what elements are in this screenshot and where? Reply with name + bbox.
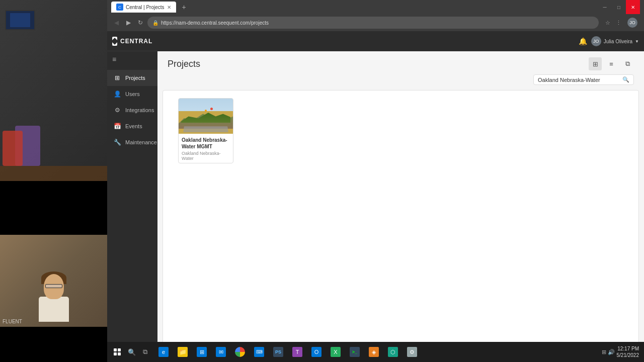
grid-view-btn[interactable]: ⊞	[589, 57, 602, 70]
grid-view-icon: ⊞	[593, 60, 598, 68]
app-user-name: Julia Oliveira	[604, 39, 632, 44]
volume-icon[interactable]: 🔊	[608, 349, 615, 355]
address-bar[interactable]: 🔒 https://nam-demo.central.seequent.com/…	[147, 17, 599, 29]
teams-icon: T	[292, 347, 302, 357]
project-info: Oakland Nebraska-Water MGMT Oakland Nebr…	[179, 134, 233, 163]
list-view-btn[interactable]: ≡	[605, 57, 618, 70]
filter-view-icon: ⧉	[625, 60, 630, 68]
start-button[interactable]	[110, 344, 125, 359]
browser-user-avatar: JO	[627, 18, 637, 28]
taskbar: 🔍 ⧉ e 📁 ⊞ ✉ ⌨ PS T O X	[107, 342, 644, 362]
network-icon: ⊞	[602, 349, 606, 355]
sidebar-nav: ⊞ Projects 👤 Users ⚙ Integrations 📅 Even…	[107, 67, 157, 362]
users-icon: 👤	[113, 90, 121, 98]
taskbar-app-settings[interactable]: ⚙	[403, 343, 421, 361]
search-box: 🔍	[533, 74, 634, 85]
tab-close-btn[interactable]: ✕	[167, 5, 171, 10]
sidebar-logo: CENTRAL	[107, 31, 157, 51]
taskbar-app-vscode[interactable]: ⌨	[250, 343, 268, 361]
tab-favicon: C	[116, 4, 123, 11]
video-panel-top	[0, 0, 107, 181]
bookmark-btn[interactable]: ☆	[603, 18, 612, 27]
projects-grid: Oakland Nebraska-Water MGMT Oakland Nebr…	[173, 93, 628, 168]
browser-actions: ☆ ⋮	[603, 18, 623, 27]
sidebar-label-integrations: Integrations	[125, 107, 154, 113]
maintenance-icon: 🔧	[113, 138, 121, 146]
video-panel-mid	[0, 181, 107, 235]
taskbar-app-misc1[interactable]: ◈	[365, 343, 383, 361]
outlook-icon: O	[311, 347, 321, 357]
projects-area: Oakland Nebraska-Water MGMT Oakland Nebr…	[163, 90, 639, 347]
taskbar-sys-icons: ⊞ 🔊	[602, 349, 615, 355]
taskbar-task-view[interactable]: ⧉	[139, 346, 151, 358]
mail-icon: ✉	[216, 347, 226, 357]
taskbar-app-mail[interactable]: ✉	[212, 343, 230, 361]
browser-menu-btn[interactable]: ⋮	[614, 18, 623, 27]
sidebar-item-integrations[interactable]: ⚙ Integrations	[107, 102, 157, 118]
browser-toolbar: ◀ ▶ ↻ 🔒 https://nam-demo.central.seequen…	[107, 14, 644, 31]
sidebar-menu-toggle[interactable]: ≡	[107, 51, 157, 67]
taskbar-app-misc2[interactable]: ⬡	[384, 343, 402, 361]
powershell-icon: PS	[273, 347, 283, 357]
logo-diamond	[111, 37, 118, 44]
terrain-visualization	[179, 99, 233, 134]
window-maximize-btn[interactable]: □	[612, 0, 626, 14]
filter-view-btn[interactable]: ⧉	[621, 57, 634, 70]
browser-tab-active[interactable]: C Central | Projects ✕	[111, 2, 176, 13]
vscode-icon: ⌨	[254, 347, 264, 357]
sidebar-label-projects: Projects	[125, 75, 145, 81]
search-area: 🔍	[157, 74, 644, 90]
taskbar-app-edge[interactable]: e	[154, 343, 173, 361]
taskbar-app-excel[interactable]: X	[327, 343, 345, 361]
sidebar-item-users[interactable]: 👤 Users	[107, 86, 157, 102]
explorer-icon: 📁	[178, 347, 188, 357]
sidebar: CENTRAL ≡ ⊞ Projects 👤 Users ⚙ Integrati…	[107, 31, 157, 362]
sidebar-item-events[interactable]: 📅 Events	[107, 118, 157, 134]
project-card-onwm[interactable]: Oakland Nebraska-Water MGMT Oakland Nebr…	[178, 98, 233, 163]
excel-icon: X	[331, 347, 341, 357]
forward-button[interactable]: ▶	[123, 18, 133, 28]
notification-bell[interactable]: 🔔	[579, 37, 587, 45]
taskbar-date-display: 5/21/2022	[617, 352, 639, 358]
sidebar-item-projects[interactable]: ⊞ Projects	[107, 70, 157, 86]
search-icon: 🔍	[622, 76, 629, 83]
refresh-button[interactable]: ↻	[135, 18, 145, 28]
tab-title: Central | Projects	[126, 5, 165, 10]
taskbar-time-display: 12:17 PM	[617, 345, 639, 352]
app-header-row: 🔔 JO Julia Oliveira ▼	[157, 31, 644, 51]
taskbar-app-store[interactable]: ⊞	[193, 343, 211, 361]
browser-titlebar: C Central | Projects ✕ + ─ □ ✕	[107, 0, 644, 14]
user-dropdown-icon[interactable]: ▼	[635, 39, 639, 44]
terminal-icon: >_	[350, 347, 360, 357]
settings-icon: ⚙	[407, 347, 417, 357]
taskbar-app-outlook[interactable]: O	[307, 343, 326, 361]
search-input[interactable]	[538, 77, 620, 83]
taskbar-app-chrome[interactable]	[231, 343, 249, 361]
browser-window: C Central | Projects ✕ + ─ □ ✕ ◀ ▶ ↻ 🔒 h…	[107, 0, 644, 362]
taskbar-app-teams[interactable]: T	[288, 343, 306, 361]
address-text: https://nam-demo.central.seequent.com/pr…	[161, 20, 269, 26]
taskbar-app-terminal[interactable]: >_	[346, 343, 364, 361]
taskbar-pinned-apps: e 📁 ⊞ ✉ ⌨ PS T O X >_	[154, 343, 421, 361]
taskbar-search-btn[interactable]: 🔍	[126, 346, 138, 358]
project-subtitle: Oakland Nebraska-Water	[182, 151, 230, 161]
list-view-icon: ≡	[609, 60, 613, 68]
ssl-lock-icon: 🔒	[152, 20, 158, 26]
sidebar-label-users: Users	[125, 91, 140, 97]
taskbar-app-explorer[interactable]: 📁	[174, 343, 192, 361]
windows-icon	[114, 348, 121, 355]
taskbar-app-ps[interactable]: PS	[269, 343, 287, 361]
main-content: 🔔 JO Julia Oliveira ▼ Projects ⊞ ≡	[157, 31, 644, 362]
taskbar-clock: 12:17 PM 5/21/2022	[617, 345, 639, 358]
logo-text: CENTRAL	[120, 38, 152, 45]
back-button[interactable]: ◀	[111, 18, 121, 28]
project-name: Oakland Nebraska-Water MGMT	[182, 137, 230, 150]
window-close-btn[interactable]: ✕	[626, 0, 640, 14]
events-icon: 📅	[113, 122, 121, 130]
new-tab-button[interactable]: +	[178, 2, 190, 13]
window-minimize-btn[interactable]: ─	[598, 0, 612, 14]
misc2-icon: ⬡	[388, 347, 398, 357]
sidebar-item-maintenance[interactable]: 🔧 Maintenance	[107, 134, 157, 150]
video-bot-content: FLUENT	[0, 235, 107, 327]
header-user: JO Julia Oliveira ▼	[591, 36, 639, 46]
